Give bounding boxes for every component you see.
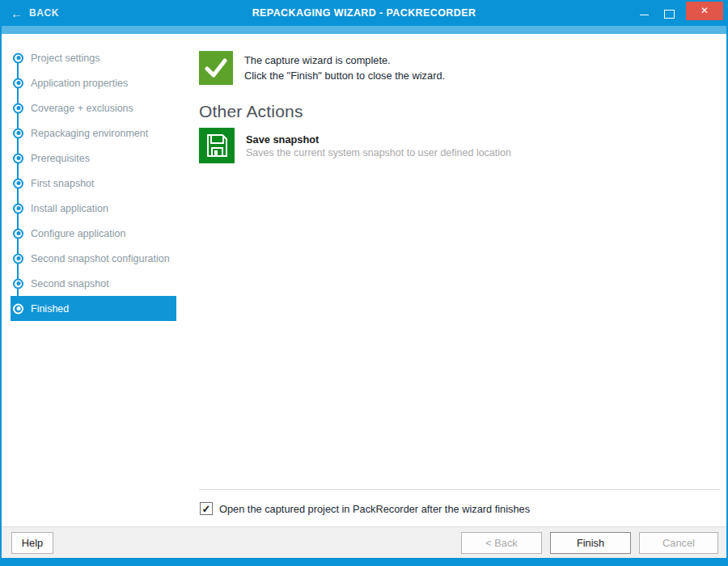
step-bullet-icon	[13, 128, 23, 138]
step-label: Coverage + exclusions	[31, 103, 133, 114]
titlebar-back-button[interactable]: ← BACK	[11, 0, 59, 26]
step-bullet-icon	[13, 278, 23, 289]
step-label: Repackaging environment	[31, 128, 148, 139]
step-label: First snapshot	[31, 178, 95, 189]
step-bullet-icon	[13, 203, 23, 213]
repackaging-wizard-window: REPACKAGING WIZARD - PACKRECORDER ← BACK…	[0, 0, 728, 566]
step-bullet-icon	[13, 103, 23, 113]
step-bullet-icon	[13, 53, 23, 63]
completion-message-line2: Click the "Finish" button to close the w…	[244, 68, 445, 83]
save-snapshot-title: Save snapshot	[246, 133, 511, 146]
step-bullet-icon	[13, 253, 23, 264]
sidebar-item-first-snapshot[interactable]: First snapshot	[11, 171, 176, 196]
finish-button[interactable]: Finish	[550, 532, 631, 554]
step-label: Project settings	[31, 53, 99, 64]
maximize-button[interactable]	[657, 3, 681, 23]
window-title: REPACKAGING WIZARD - PACKRECORDER	[0, 7, 728, 19]
step-label: Finished	[31, 303, 69, 315]
titlebar: REPACKAGING WIZARD - PACKRECORDER ← BACK…	[0, 0, 728, 26]
completion-callout: The capture wizard is complete. Click th…	[199, 51, 445, 85]
sidebar-item-finished[interactable]: Finished	[11, 296, 176, 321]
sidebar-item-second-snapshot-configuration[interactable]: Second snapshot configuration	[11, 246, 176, 271]
sidebar-item-application-properties[interactable]: Application properties	[11, 70, 176, 95]
open-project-checkbox-label[interactable]: Open the captured project in PackRecorde…	[219, 503, 530, 515]
save-floppy-icon[interactable]	[199, 128, 235, 163]
step-label: Second snapshot configuration	[31, 253, 170, 264]
content-divider	[199, 489, 720, 490]
step-bullet-icon	[13, 303, 23, 314]
step-bullet-icon	[13, 228, 23, 239]
titlebar-accent-strip	[0, 26, 728, 34]
help-button[interactable]: Help	[11, 532, 53, 554]
back-arrow-icon: ←	[11, 7, 23, 19]
step-label: Configure application	[31, 228, 125, 239]
save-snapshot-action[interactable]: Save snapshot Saves the current system s…	[199, 128, 511, 163]
open-project-option: ✓ Open the captured project in PackRecor…	[200, 502, 530, 515]
close-button[interactable]: ✕	[686, 2, 723, 20]
save-snapshot-text: Save snapshot Saves the current system s…	[246, 128, 511, 163]
wizard-steps-sidebar: Project settings Application properties …	[0, 45, 176, 321]
window-border-bottom	[0, 558, 728, 566]
step-bullet-icon	[13, 153, 23, 163]
step-label: Prerequisites	[31, 153, 90, 164]
sidebar-item-configure-application[interactable]: Configure application	[11, 221, 176, 246]
sidebar-item-prerequisites[interactable]: Prerequisites	[11, 146, 176, 171]
open-project-checkbox[interactable]: ✓	[200, 502, 213, 515]
window-controls: ✕	[633, 0, 728, 26]
back-label: BACK	[29, 7, 59, 19]
minimize-button[interactable]	[633, 3, 657, 23]
sidebar-item-project-settings[interactable]: Project settings	[11, 45, 176, 70]
back-button[interactable]: < Back	[461, 532, 542, 554]
other-actions-heading: Other Actions	[199, 102, 303, 121]
step-label: Install application	[31, 203, 108, 214]
step-bullet-icon	[13, 178, 23, 188]
save-snapshot-description: Saves the current system snapshot to use…	[246, 146, 511, 160]
sidebar-item-repackaging-environment[interactable]: Repackaging environment	[11, 120, 176, 146]
cancel-button[interactable]: Cancel	[639, 532, 718, 554]
success-checkmark-icon	[199, 51, 233, 85]
step-label: Second snapshot	[31, 278, 109, 289]
completion-message: The capture wizard is complete. Click th…	[244, 51, 445, 85]
step-label: Application properties	[31, 78, 128, 89]
completion-message-line1: The capture wizard is complete.	[244, 53, 445, 68]
sidebar-item-install-application[interactable]: Install application	[11, 196, 176, 221]
sidebar-item-second-snapshot[interactable]: Second snapshot	[11, 271, 176, 296]
close-icon: ✕	[700, 5, 709, 16]
step-bullet-icon	[13, 78, 23, 88]
footer-bar: Help < Back Finish Cancel	[2, 526, 726, 558]
checkbox-check-icon: ✓	[202, 504, 211, 514]
sidebar-item-coverage-exclusions[interactable]: Coverage + exclusions	[11, 95, 176, 120]
